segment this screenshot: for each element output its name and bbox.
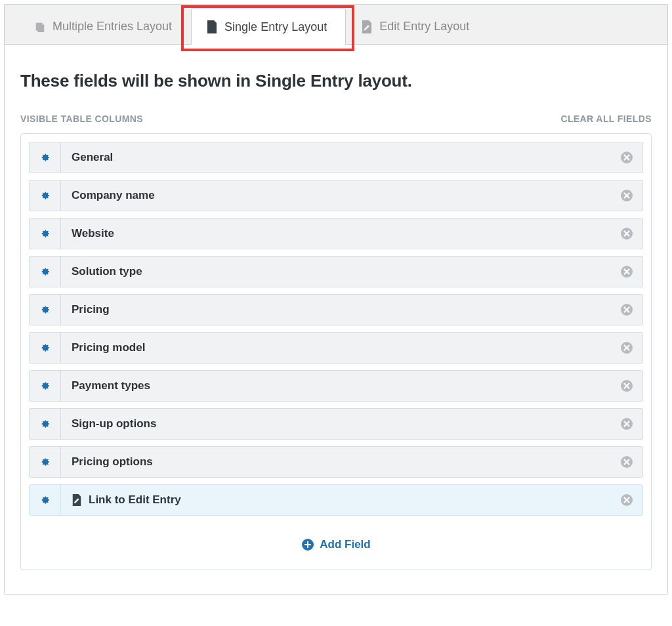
- tab-label: Multiple Entries Layout: [52, 20, 172, 33]
- fields-container: GeneralCompany nameWebsiteSolution typeP…: [20, 133, 652, 570]
- tabs: Multiple Entries Layout Single Entry Lay…: [5, 5, 667, 44]
- field-remove-button[interactable]: [611, 485, 642, 515]
- field-label: Payment types: [61, 371, 611, 401]
- multiple-entries-icon: [34, 21, 46, 33]
- field-label-text: Link to Edit Entry: [89, 493, 181, 507]
- gear-icon: [39, 265, 52, 278]
- gear-icon: [39, 189, 52, 202]
- page-title: These fields will be shown in Single Ent…: [20, 71, 652, 91]
- gear-icon: [39, 341, 52, 354]
- plus-circle-icon: [301, 538, 314, 551]
- field-remove-button[interactable]: [611, 180, 642, 211]
- field-row[interactable]: Payment types: [29, 370, 643, 402]
- field-settings-button[interactable]: [30, 409, 61, 439]
- gear-icon: [39, 151, 52, 164]
- field-label: Company name: [61, 180, 611, 211]
- field-label-text: Company name: [72, 189, 155, 202]
- field-label: Pricing model: [61, 333, 611, 363]
- field-label: General: [61, 142, 611, 173]
- field-row[interactable]: Pricing options: [29, 446, 643, 478]
- field-settings-button[interactable]: [30, 257, 61, 287]
- field-label-text: Solution type: [72, 265, 142, 278]
- field-row[interactable]: Website: [29, 218, 643, 249]
- field-settings-button[interactable]: [30, 180, 61, 211]
- close-circle-icon: [620, 455, 633, 469]
- svg-rect-12: [304, 544, 311, 545]
- field-row[interactable]: Sign-up options: [29, 408, 643, 440]
- field-row[interactable]: Pricing: [29, 294, 643, 325]
- field-remove-button[interactable]: [611, 333, 642, 363]
- field-label-text: Pricing model: [72, 341, 145, 354]
- field-label: Sign-up options: [61, 409, 611, 439]
- close-circle-icon: [620, 189, 633, 202]
- field-label: Website: [61, 219, 611, 249]
- field-settings-button[interactable]: [30, 219, 61, 249]
- field-remove-button[interactable]: [611, 447, 642, 477]
- field-label-text: Payment types: [72, 379, 150, 392]
- close-circle-icon: [620, 493, 633, 507]
- close-circle-icon: [620, 265, 633, 278]
- gear-icon: [39, 379, 52, 392]
- field-label-text: General: [72, 151, 113, 164]
- field-settings-button[interactable]: [30, 142, 61, 173]
- close-circle-icon: [620, 227, 633, 240]
- section-label: VISIBLE TABLE COLUMNS: [20, 114, 143, 124]
- tab-multiple-entries[interactable]: Multiple Entries Layout: [19, 9, 191, 44]
- tab-edit-entry[interactable]: Edit Entry Layout: [346, 9, 488, 44]
- close-circle-icon: [620, 151, 633, 164]
- field-label: Pricing options: [61, 447, 611, 477]
- section-header: VISIBLE TABLE COLUMNS CLEAR ALL FIELDS: [20, 114, 652, 124]
- close-circle-icon: [620, 417, 633, 430]
- field-remove-button[interactable]: [611, 219, 642, 249]
- gear-icon: [39, 417, 52, 430]
- field-remove-button[interactable]: [611, 142, 642, 173]
- tab-content: These fields will be shown in Single Ent…: [5, 44, 667, 594]
- close-circle-icon: [620, 379, 633, 392]
- field-label: Pricing: [61, 295, 611, 325]
- gear-icon: [39, 493, 52, 507]
- edit-entry-icon: [72, 494, 82, 506]
- field-row[interactable]: General: [29, 142, 643, 173]
- gear-icon: [39, 303, 52, 316]
- add-field-label: Add Field: [320, 538, 370, 551]
- field-label-text: Pricing: [72, 303, 110, 316]
- add-field-button[interactable]: Add Field: [29, 522, 643, 570]
- field-row[interactable]: Company name: [29, 180, 643, 211]
- tab-single-entry[interactable]: Single Entry Layout: [191, 9, 346, 45]
- field-row[interactable]: Link to Edit Entry: [29, 484, 643, 516]
- field-settings-button[interactable]: [30, 333, 61, 363]
- field-settings-button[interactable]: [30, 295, 61, 325]
- close-circle-icon: [620, 303, 633, 316]
- field-remove-button[interactable]: [611, 371, 642, 401]
- field-remove-button[interactable]: [611, 409, 642, 439]
- field-label: Link to Edit Entry: [61, 485, 611, 515]
- field-settings-button[interactable]: [30, 371, 61, 401]
- tab-label: Edit Entry Layout: [379, 20, 469, 33]
- tab-label: Single Entry Layout: [224, 20, 327, 34]
- close-circle-icon: [620, 341, 633, 354]
- single-entry-icon: [206, 20, 218, 33]
- field-row[interactable]: Solution type: [29, 256, 643, 287]
- clear-all-fields[interactable]: CLEAR ALL FIELDS: [560, 114, 652, 124]
- field-settings-button[interactable]: [30, 485, 61, 515]
- field-label-text: Pricing options: [72, 455, 153, 469]
- panel: Multiple Entries Layout Single Entry Lay…: [4, 4, 668, 595]
- field-label-text: Sign-up options: [72, 417, 156, 430]
- edit-entry-icon: [361, 20, 373, 33]
- field-remove-button[interactable]: [611, 295, 642, 325]
- field-row[interactable]: Pricing model: [29, 332, 643, 364]
- field-label-text: Website: [72, 227, 114, 240]
- gear-icon: [39, 455, 52, 469]
- field-settings-button[interactable]: [30, 447, 61, 477]
- gear-icon: [39, 227, 52, 240]
- field-remove-button[interactable]: [611, 257, 642, 287]
- field-label: Solution type: [61, 257, 611, 287]
